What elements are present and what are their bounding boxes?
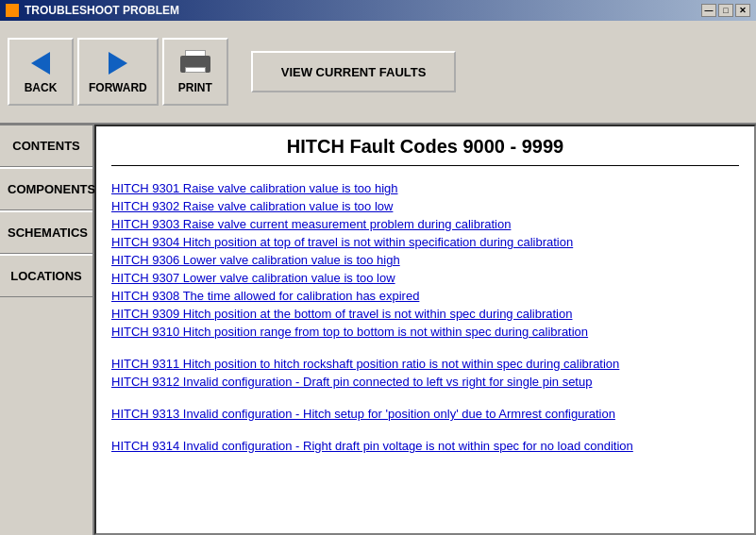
sidebar-item-contents[interactable]: CONTENTS [0, 125, 92, 167]
fault-link[interactable]: HITCH 9302 Raise valve calibration value… [111, 199, 739, 213]
window-title: TROUBLESHOOT PROBLEM [25, 4, 179, 17]
fault-link[interactable]: HITCH 9306 Lower valve calibration value… [111, 253, 739, 267]
sidebar-item-locations[interactable]: LOCATIONS [0, 254, 92, 297]
fault-link[interactable]: HITCH 9307 Lower valve calibration value… [111, 271, 739, 285]
minimize-button[interactable]: — [701, 4, 716, 17]
sidebar-item-schematics[interactable]: SCHEMATICS [0, 210, 92, 254]
fault-link[interactable]: HITCH 9312 Invalid configuration - Draft… [111, 375, 739, 389]
fault-link[interactable]: HITCH 9304 Hitch position at top of trav… [111, 235, 739, 249]
sidebar-item-components[interactable]: COMPONENTS [0, 167, 92, 210]
view-faults-label: VIEW CURRENT FAULTS [281, 65, 427, 79]
print-button[interactable]: PRINT [162, 38, 228, 106]
fault-link[interactable]: HITCH 9313 Invalid configuration - Hitch… [111, 407, 739, 421]
app-icon [6, 4, 19, 17]
back-button[interactable]: BACK [8, 38, 74, 106]
fault-links-container: HITCH 9301 Raise valve calibration value… [111, 181, 739, 453]
fault-link[interactable]: HITCH 9303 Raise valve current measureme… [111, 217, 739, 231]
main-layout: CONTENTS COMPONENTS SCHEMATICS LOCATIONS… [0, 125, 756, 535]
back-label: BACK [25, 81, 58, 94]
window-controls: — □ ✕ [701, 4, 750, 17]
title-bar: TROUBLESHOOT PROBLEM — □ ✕ [0, 0, 756, 21]
fault-link[interactable]: HITCH 9301 Raise valve calibration value… [111, 181, 739, 195]
maximize-button[interactable]: □ [718, 4, 733, 17]
close-button[interactable]: ✕ [735, 4, 750, 17]
forward-button[interactable]: FORWARD [77, 38, 159, 106]
print-icon [176, 49, 214, 77]
fault-link[interactable]: HITCH 9309 Hitch position at the bottom … [111, 307, 739, 321]
fault-link[interactable]: HITCH 9311 Hitch position to hitch rocks… [111, 357, 739, 371]
content-area[interactable]: HITCH Fault Codes 9000 - 9999 HITCH 9301… [94, 125, 756, 535]
fault-link[interactable]: HITCH 9310 Hitch position range from top… [111, 325, 739, 339]
fault-link[interactable]: HITCH 9308 The time allowed for calibrat… [111, 289, 739, 303]
back-icon [22, 49, 59, 77]
forward-icon [99, 49, 137, 77]
print-label: PRINT [178, 81, 212, 94]
forward-label: FORWARD [89, 81, 147, 94]
view-faults-button[interactable]: VIEW CURRENT FAULTS [251, 51, 457, 92]
sidebar: CONTENTS COMPONENTS SCHEMATICS LOCATIONS [0, 125, 94, 535]
page-title: HITCH Fault Codes 9000 - 9999 [111, 136, 739, 166]
toolbar: BACK FORWARD PRINT VIEW CURRENT FAULTS [0, 21, 756, 125]
fault-link[interactable]: HITCH 9314 Invalid configuration - Right… [111, 439, 739, 453]
